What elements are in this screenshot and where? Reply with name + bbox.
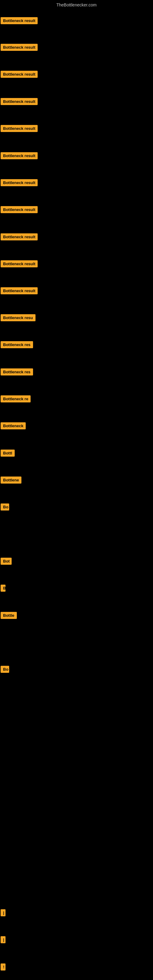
bottleneck-badge-12[interactable]: Bottleneck resu: [1, 314, 35, 321]
bottleneck-badge-14[interactable]: Bottleneck res: [1, 368, 33, 375]
bottleneck-badge-10[interactable]: Bottleneck result: [1, 260, 38, 267]
bottleneck-badge-row-6: Bottleneck result: [1, 152, 38, 161]
bottleneck-badge-4[interactable]: Bottleneck result: [1, 98, 38, 105]
bottleneck-badge-9[interactable]: Bottleneck result: [1, 233, 38, 240]
site-title: TheBottlenecker.com: [0, 0, 153, 9]
bottleneck-badge-35[interactable]: |: [1, 936, 5, 943]
bottleneck-badge-row-4: Bottleneck result: [1, 98, 38, 106]
bottleneck-badge-13[interactable]: Bottleneck res: [1, 341, 33, 348]
bottleneck-badge-15[interactable]: Bottleneck re: [1, 395, 30, 402]
bottleneck-badge-row-13: Bottleneck res: [1, 341, 33, 350]
bottleneck-badge-row-35: |: [1, 936, 5, 945]
bottleneck-badge-row-15: Bottleneck re: [1, 395, 30, 404]
bottleneck-badge-row-7: Bottleneck result: [1, 179, 38, 188]
bottleneck-badge-row-5: Bottleneck result: [1, 125, 38, 133]
page-container: TheBottlenecker.com Bottleneck resultBot…: [0, 0, 153, 980]
bottleneck-badge-6[interactable]: Bottleneck result: [1, 152, 38, 159]
bottleneck-badge-row-34: |: [1, 909, 5, 918]
bottleneck-badge-3[interactable]: Bottleneck result: [1, 71, 38, 78]
bottleneck-badge-25[interactable]: Bo: [1, 666, 9, 673]
bottleneck-badge-17[interactable]: Bottl: [1, 450, 15, 457]
bottleneck-badge-5[interactable]: Bottleneck result: [1, 125, 38, 132]
bottleneck-badge-7[interactable]: Bottleneck result: [1, 179, 38, 186]
bottleneck-badge-row-1: Bottleneck result: [1, 17, 38, 25]
bottleneck-badge-8[interactable]: Bottleneck result: [1, 206, 38, 213]
bottleneck-badge-11[interactable]: Bottleneck result: [1, 287, 38, 294]
bottleneck-badge-row-16: Bottleneck: [1, 422, 26, 431]
bottleneck-badge-18[interactable]: Bottlene: [1, 477, 21, 484]
bottleneck-badge-row-36: !: [1, 964, 5, 972]
bottleneck-badge-row-25: Bo: [1, 666, 9, 674]
bottleneck-badge-row-2: Bottleneck result: [1, 44, 38, 52]
bottleneck-badge-row-3: Bottleneck result: [1, 71, 38, 79]
bottleneck-badge-21[interactable]: Bot: [1, 558, 12, 565]
bottleneck-badge-1[interactable]: Bottleneck result: [1, 17, 38, 24]
bottleneck-badge-row-18: Bottlene: [1, 477, 21, 485]
bottleneck-badge-row-21: Bot: [1, 558, 12, 566]
bottleneck-badge-row-8: Bottleneck result: [1, 206, 38, 215]
bottleneck-badge-34[interactable]: |: [1, 909, 5, 916]
bottleneck-badge-19[interactable]: Bo: [1, 503, 9, 511]
bottleneck-badge-22[interactable]: B: [1, 585, 5, 592]
bottleneck-badge-row-14: Bottleneck res: [1, 368, 33, 377]
bottleneck-badge-row-19: Bo: [1, 503, 9, 512]
bottleneck-badge-2[interactable]: Bottleneck result: [1, 44, 38, 51]
bottleneck-badge-23[interactable]: Bottle: [1, 612, 17, 619]
bottleneck-badge-row-11: Bottleneck result: [1, 287, 38, 296]
bottleneck-badge-row-22: B: [1, 585, 5, 593]
bottleneck-badge-row-17: Bottl: [1, 450, 15, 458]
bottleneck-badge-row-12: Bottleneck resu: [1, 314, 35, 323]
bottleneck-badge-row-10: Bottleneck result: [1, 260, 38, 269]
bottleneck-badge-16[interactable]: Bottleneck: [1, 422, 26, 430]
bottleneck-badge-36[interactable]: !: [1, 964, 5, 970]
bottleneck-badge-row-23: Bottle: [1, 612, 17, 620]
bottleneck-badge-row-9: Bottleneck result: [1, 233, 38, 242]
